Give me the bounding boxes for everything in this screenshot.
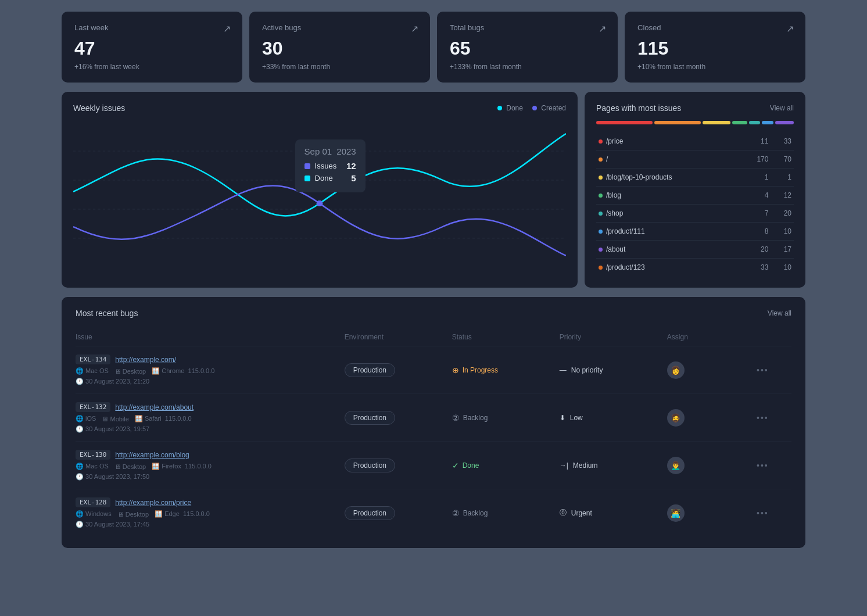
bug-os-1: 🌐 iOS	[76, 415, 96, 422]
stat-change-1: +33% from last month	[262, 63, 417, 71]
bug-more-2[interactable]: •••	[757, 460, 791, 471]
list-item: /blog 4 12	[596, 187, 794, 205]
status-label-1: Backlog	[463, 414, 488, 422]
chart-title: Weekly issues	[73, 103, 125, 113]
stat-cards-row: Last week 47 +16% from last week ↗ Activ…	[62, 12, 805, 83]
tooltip-date: Sep 01 2023	[304, 146, 356, 156]
bug-issue-3: EXL-128 http://example.com/price 🌐 Windo…	[76, 497, 345, 528]
bar-seg-4	[749, 121, 760, 124]
priority-label-3: Urgent	[571, 509, 592, 517]
weekly-issues-card: Weekly issues Done Created	[62, 92, 578, 288]
bug-issue-1: EXL-132 http://example.com/about 🌐 iOS 🖥…	[76, 402, 345, 433]
page-name-7[interactable]: /product/123	[606, 263, 645, 271]
list-item: /product/123 33 10	[596, 259, 794, 277]
bug-more-0[interactable]: •••	[757, 365, 791, 375]
bug-browser-1: 🪟 Safari 115.0.0.0	[135, 415, 192, 422]
priority-label-0: No priority	[571, 366, 603, 374]
bug-assign-0: 👩	[667, 361, 757, 379]
bug-status-0: ⊕ In Progress	[452, 366, 560, 375]
page-name-6[interactable]: /about	[606, 245, 625, 253]
bug-device-2: 🖥 Desktop	[114, 463, 146, 470]
page-col2-5: 10	[771, 223, 794, 241]
page-name-3[interactable]: /blog	[606, 191, 621, 199]
page-name-5[interactable]: /product/111	[606, 227, 645, 235]
page-col1-4: 7	[741, 205, 771, 223]
priority-label-1: Low	[570, 414, 583, 422]
page-name-0[interactable]: /price	[606, 137, 623, 145]
pages-title: Pages with most issues	[596, 103, 681, 113]
col-header-3: Priority	[560, 333, 667, 341]
pages-view-all[interactable]: View all	[770, 104, 794, 112]
bug-browser-2: 🪟 Firefox 115.0.0.0	[152, 463, 212, 470]
env-badge-1: Production	[345, 411, 395, 425]
page-col2-2: 1	[771, 169, 794, 187]
bug-meta-2: 🌐 Mac OS 🖥 Desktop 🪟 Firefox 115.0.0.0	[76, 463, 345, 470]
bug-status-1: ② Backlog	[452, 413, 560, 422]
bug-env-0: Production	[345, 363, 452, 377]
bug-url-2[interactable]: http://example.com/blog	[115, 451, 189, 459]
bug-url-0[interactable]: http://example.com/	[115, 356, 176, 364]
bug-id-2: EXL-130	[76, 450, 110, 460]
bug-url-3[interactable]: http://example.com/price	[115, 499, 191, 507]
bug-id-0: EXL-134	[76, 354, 110, 364]
avatar-2: 👨‍🦱	[667, 457, 685, 474]
page-col1-3: 4	[741, 187, 771, 205]
legend-created: Created	[532, 104, 566, 112]
bug-more-3[interactable]: •••	[757, 508, 791, 518]
bug-more-1[interactable]: •••	[757, 413, 791, 423]
page-dot-6	[599, 248, 603, 252]
tooltip-done-row: Done 5	[304, 173, 356, 183]
page-col2-7: 10	[771, 259, 794, 277]
pages-bar	[596, 121, 794, 124]
more-dots-2[interactable]: •••	[757, 461, 769, 470]
col-header-4: Assign	[667, 333, 757, 341]
done-sq	[304, 176, 310, 181]
stat-card-1: Active bugs 30 +33% from last month ↗	[249, 12, 430, 83]
table-row: EXL-134 http://example.com/ 🌐 Mac OS 🖥 D…	[76, 346, 791, 394]
bug-meta-3: 🌐 Windows 🖥 Desktop 🪟 Edge 115.0.0.0	[76, 510, 345, 518]
status-icon-1: ②	[452, 413, 460, 422]
list-item: /blog/top-10-products 1 1	[596, 169, 794, 187]
bug-status-2: ✓ Done	[452, 461, 560, 470]
chart-header: Weekly issues Done Created	[73, 103, 566, 113]
page-col1-1: 170	[741, 151, 771, 169]
bug-device-1: 🖥 Mobile	[102, 416, 128, 422]
stat-card-0: Last week 47 +16% from last week ↗	[62, 12, 242, 83]
list-item: /price 11 33	[596, 132, 794, 151]
dashboard: Last week 47 +16% from last week ↗ Activ…	[62, 12, 805, 548]
page-col2-4: 20	[771, 205, 794, 223]
stat-label-3: Closed	[637, 23, 793, 32]
created-dot	[532, 106, 537, 110]
bar-seg-2	[703, 121, 730, 124]
stat-value-1: 30	[262, 38, 417, 59]
list-item: / 170 70	[596, 151, 794, 169]
bug-os-0: 🌐 Mac OS	[76, 367, 109, 375]
page-dot-4	[599, 212, 603, 216]
chart-area: Sep 01 2023 Issues 12 Done 5	[73, 122, 566, 262]
table-row: EXL-128 http://example.com/price 🌐 Windo…	[76, 489, 791, 536]
bug-env-3: Production	[345, 506, 452, 520]
trend-icon-0: ↗	[223, 23, 231, 34]
more-dots-1[interactable]: •••	[757, 413, 769, 422]
bug-time-3: 🕐 30 August 2023, 17:45	[76, 521, 345, 528]
status-icon-0: ⊕	[452, 366, 459, 375]
bugs-view-all[interactable]: View all	[768, 309, 791, 317]
bug-url-1[interactable]: http://example.com/about	[115, 403, 194, 411]
bar-seg-1	[654, 121, 701, 124]
chart-legend: Done Created	[497, 104, 566, 112]
bug-assign-3: 🧑‍💻	[667, 504, 757, 522]
page-name-4[interactable]: /shop	[606, 209, 623, 217]
bug-env-1: Production	[345, 411, 452, 425]
page-name-1[interactable]: /	[606, 155, 608, 163]
stat-change-3: +10% from last month	[637, 63, 793, 71]
page-name-2[interactable]: /blog/top-10-products	[606, 173, 672, 181]
stat-value-3: 115	[637, 38, 793, 59]
bug-id-3: EXL-128	[76, 497, 110, 507]
more-dots-3[interactable]: •••	[757, 508, 769, 518]
more-dots-0[interactable]: •••	[757, 366, 769, 375]
issues-sq	[304, 163, 310, 169]
status-icon-3: ②	[452, 508, 460, 518]
priority-icon-3: ⓪	[560, 508, 567, 518]
page-col1-0: 11	[741, 132, 771, 151]
bug-device-0: 🖥 Desktop	[114, 368, 146, 375]
